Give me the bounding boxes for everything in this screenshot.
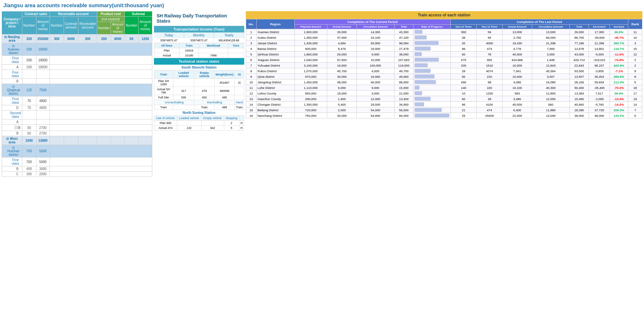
row-circ: 9,000 bbox=[356, 85, 394, 91]
row-no: 1 bbox=[246, 29, 256, 35]
actual-s-label: Actual SH 796 bbox=[154, 87, 173, 95]
vehicle-table: Use of vehicle Loaded vehicle Empty vehi… bbox=[154, 116, 244, 131]
actual-s-st bbox=[235, 87, 244, 95]
actual-n-label: Actual 474 bbox=[154, 126, 177, 131]
row-two: 100 bbox=[477, 85, 503, 91]
row-act-last: 13,000 bbox=[503, 29, 532, 35]
area-amt4 bbox=[111, 136, 124, 145]
circ-amount-h: Circulation Amount bbox=[356, 25, 394, 29]
area-num2: 300 bbox=[50, 34, 64, 43]
row-one: 140 bbox=[451, 85, 477, 91]
row-circ-last: 14,000 bbox=[532, 113, 570, 118]
row-progress bbox=[414, 46, 451, 52]
train-label: Train bbox=[154, 105, 173, 110]
row-region: Luhe District bbox=[256, 85, 294, 91]
row-two: 474 bbox=[477, 46, 503, 52]
total-h: Total bbox=[394, 25, 414, 29]
number-h2: Number bbox=[50, 17, 64, 34]
row-actual: 4,684 bbox=[327, 40, 356, 46]
row-act-last: 424,866 bbox=[503, 57, 532, 63]
letter-amt1 bbox=[36, 119, 50, 125]
row-actual: 48,000 bbox=[327, 79, 356, 85]
row-no: 13 bbox=[246, 96, 256, 102]
row-planned: 1,900,000 bbox=[294, 29, 327, 35]
full-935: 935 bbox=[173, 95, 194, 100]
letter-empty bbox=[50, 79, 152, 84]
row-progress bbox=[414, 113, 451, 118]
dist-amt1: 7500 bbox=[36, 84, 50, 96]
row-circ: 100,000 bbox=[356, 63, 394, 68]
row-progress bbox=[414, 68, 451, 74]
today-value: 33974872.47 bbox=[154, 38, 184, 43]
letter-amt1 bbox=[36, 79, 50, 84]
row-act-last: 10,100 bbox=[503, 85, 532, 91]
last-period-header: Completion of The Last Period bbox=[451, 19, 628, 25]
rank-header: Rank bbox=[628, 19, 642, 29]
row-region: Pukou District bbox=[256, 68, 294, 74]
marshalling-header: Marshalling bbox=[194, 100, 235, 105]
plan-s-empty bbox=[194, 79, 214, 87]
row-region: Beitang District bbox=[256, 107, 294, 113]
row-one: 475 bbox=[451, 57, 477, 63]
row-region: Jianye District bbox=[256, 40, 294, 46]
row-increment: 21,398 bbox=[589, 40, 610, 46]
row-circ-last: 12,843 bbox=[532, 63, 570, 68]
plan-work bbox=[199, 48, 228, 53]
dist-num1: 700 bbox=[22, 145, 36, 158]
row-planned: 1,070,000 bbox=[294, 68, 327, 74]
tech-station-title: Technical station states bbox=[154, 58, 244, 65]
row-total: 98,584 bbox=[394, 40, 414, 46]
row-circ: 54,000 bbox=[356, 113, 394, 118]
letter-num1 bbox=[22, 79, 36, 84]
page-title: Jiangsu area accounts receivable summary… bbox=[0, 0, 644, 11]
train-empty2 bbox=[173, 105, 194, 110]
contract-sales-header: Contract sales bbox=[22, 11, 50, 17]
letter-name: A bbox=[2, 65, 22, 70]
district-name: ⊟ Qinghuai district bbox=[2, 84, 22, 96]
row-actual: 45,700 bbox=[327, 68, 356, 74]
row-rank: 6 bbox=[628, 113, 642, 118]
class-name: Second class bbox=[2, 111, 22, 119]
row-rank: 18 bbox=[628, 85, 642, 91]
product-cost-header: Product cost bbox=[97, 11, 124, 17]
row-progress bbox=[414, 91, 451, 96]
row-circ-last: 12,800 bbox=[532, 91, 570, 96]
row-two: 78 bbox=[477, 52, 503, 57]
row-rank: 19 bbox=[628, 96, 642, 102]
row-circ-last: 13,000 bbox=[532, 29, 570, 35]
row-circ-last: 24,080 bbox=[532, 79, 570, 85]
row-no: 2 bbox=[246, 35, 256, 40]
row-total-last: 86,700 bbox=[569, 35, 589, 40]
row-rank: 10 bbox=[628, 35, 642, 40]
row-two: 65 bbox=[477, 35, 503, 40]
row-rank: 15 bbox=[628, 46, 642, 52]
row-total: 43,300 bbox=[394, 29, 414, 35]
row-increment: -2,080 bbox=[589, 96, 610, 102]
south-station-name: South Shenchi Station bbox=[154, 65, 244, 70]
row-planned: 600,000 bbox=[294, 46, 327, 52]
row-no: 12 bbox=[246, 91, 256, 96]
stopping-h: Stopping bbox=[224, 116, 239, 121]
letter-amt1: 18000 bbox=[36, 65, 50, 70]
actual-s-weight: 480586 bbox=[214, 87, 235, 95]
row-total: 107,693 bbox=[394, 57, 414, 63]
row-increment: 7,617 bbox=[589, 91, 610, 96]
row-region: Gaochun County bbox=[256, 96, 294, 102]
row-total: 49,700 bbox=[394, 68, 414, 74]
row-rank: 8 bbox=[628, 74, 642, 79]
class-num1: 200 bbox=[22, 56, 36, 65]
row-progress bbox=[414, 29, 451, 35]
row-no: 9 bbox=[246, 74, 256, 79]
letter-amt1: 2700 bbox=[36, 125, 50, 131]
actual-last-h: Actual Amount bbox=[503, 25, 532, 29]
plan-turn bbox=[228, 48, 244, 53]
row-circ: 29,500 bbox=[356, 102, 394, 107]
extra-h bbox=[239, 116, 244, 121]
row-total: 34,900 bbox=[394, 102, 414, 107]
row-total: 38,000 bbox=[394, 52, 414, 57]
row-increment: 59,834 bbox=[589, 79, 610, 85]
row-total-last: 15,480 bbox=[569, 96, 589, 102]
row-region: Xiaguan District bbox=[256, 57, 294, 63]
row-actual: 18,000 bbox=[327, 91, 356, 96]
letter-num1: 50 bbox=[22, 125, 36, 131]
